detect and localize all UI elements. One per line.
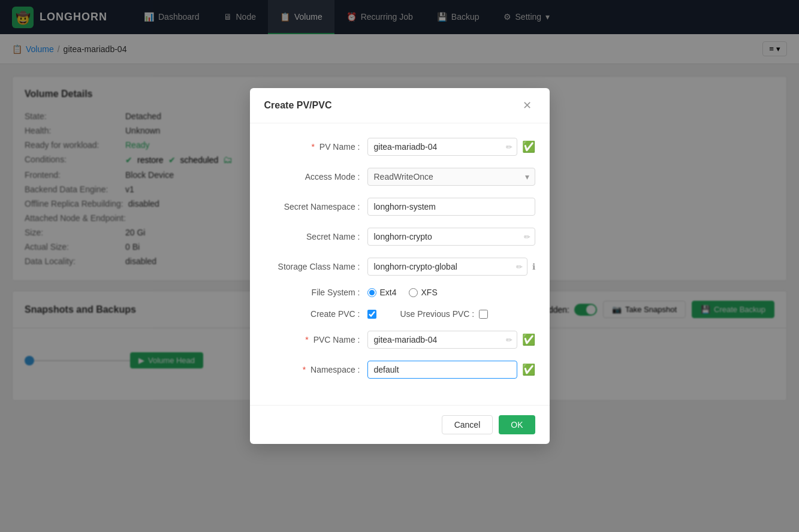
file-system-xfs-option[interactable]: XFS bbox=[409, 288, 438, 297]
access-mode-control: ReadWriteOnce ReadOnlyMany ReadWriteMany… bbox=[367, 168, 535, 186]
storage-class-input[interactable] bbox=[367, 258, 527, 276]
namespace-control: ✅ bbox=[367, 361, 535, 379]
create-pvc-checkbox-group bbox=[367, 310, 376, 319]
namespace-valid-icon: ✅ bbox=[522, 363, 535, 376]
pvc-name-edit-icon: ✏ bbox=[506, 335, 512, 344]
file-system-label: File System : bbox=[264, 288, 360, 297]
use-previous-pvc-label: Use Previous PVC : bbox=[400, 309, 475, 319]
create-pv-pvc-modal: Create PV/PVC ✕ * PV Name : ✏ ✅ bbox=[250, 88, 550, 413]
create-pvc-row: Create PVC : Use Previous PVC : bbox=[264, 309, 535, 319]
secret-name-row: Secret Name : ✏ bbox=[264, 228, 535, 246]
storage-class-input-wrapper: ✏ bbox=[367, 258, 527, 276]
pvc-name-control: ✏ ✅ bbox=[367, 331, 535, 349]
secret-name-control: ✏ bbox=[367, 228, 535, 246]
create-pvc-checkbox[interactable] bbox=[367, 310, 376, 319]
modal-header: Create PV/PVC ✕ bbox=[250, 88, 550, 123]
modal-footer: Cancel OK bbox=[250, 405, 550, 413]
namespace-required: * bbox=[303, 365, 306, 374]
pvc-name-input-wrapper: ✏ bbox=[367, 331, 517, 349]
pv-name-edit-icon: ✏ bbox=[506, 143, 512, 152]
file-system-control: Ext4 XFS bbox=[367, 288, 535, 297]
file-system-row: File System : Ext4 XFS bbox=[264, 288, 535, 297]
use-previous-pvc-group: Use Previous PVC : bbox=[400, 309, 489, 319]
secret-name-edit-icon: ✏ bbox=[524, 232, 530, 241]
file-system-ext4-radio[interactable] bbox=[367, 288, 376, 297]
access-mode-select-wrapper: ReadWriteOnce ReadOnlyMany ReadWriteMany… bbox=[367, 168, 535, 186]
file-system-xfs-label: XFS bbox=[421, 288, 438, 297]
pvc-name-label: * PVC Name : bbox=[264, 335, 360, 344]
pvc-name-row: * PVC Name : ✏ ✅ bbox=[264, 331, 535, 349]
storage-class-label: Storage Class Name : bbox=[264, 262, 360, 271]
pv-name-input-wrapper: ✏ bbox=[367, 138, 517, 156]
storage-class-row: Storage Class Name : ✏ ℹ bbox=[264, 258, 535, 276]
namespace-row: * Namespace : ✅ bbox=[264, 361, 535, 379]
pvc-name-input[interactable] bbox=[367, 331, 517, 349]
pv-name-control: ✏ ✅ bbox=[367, 138, 535, 156]
secret-name-label: Secret Name : bbox=[264, 232, 360, 241]
pv-name-valid-icon: ✅ bbox=[522, 140, 535, 153]
storage-class-edit-icon: ✏ bbox=[516, 262, 523, 271]
file-system-radio-group: Ext4 XFS bbox=[367, 288, 438, 297]
pvc-name-valid-icon: ✅ bbox=[522, 333, 535, 346]
pv-name-required: * bbox=[311, 142, 314, 152]
secret-name-input-wrapper: ✏ bbox=[367, 228, 535, 246]
pv-name-input[interactable] bbox=[367, 138, 517, 156]
modal-close-button[interactable]: ✕ bbox=[519, 99, 535, 112]
secret-namespace-input-wrapper bbox=[367, 198, 535, 216]
secret-name-input[interactable] bbox=[367, 228, 535, 246]
access-mode-row: Access Mode : ReadWriteOnce ReadOnlyMany… bbox=[264, 168, 535, 186]
secret-namespace-input[interactable] bbox=[367, 198, 535, 216]
secret-namespace-control bbox=[367, 198, 535, 216]
secret-namespace-label: Secret Namespace : bbox=[264, 202, 360, 211]
modal-title: Create PV/PVC bbox=[264, 100, 332, 111]
pv-name-row: * PV Name : ✏ ✅ bbox=[264, 138, 535, 156]
secret-namespace-row: Secret Namespace : bbox=[264, 198, 535, 216]
namespace-input-wrapper bbox=[367, 361, 517, 379]
pvc-name-required: * bbox=[305, 335, 308, 344]
storage-class-control: ✏ ℹ bbox=[367, 258, 535, 276]
create-pvc-label: Create PVC : bbox=[264, 309, 360, 319]
modal-body: * PV Name : ✏ ✅ Access Mode : bbox=[250, 123, 550, 405]
file-system-xfs-radio[interactable] bbox=[409, 288, 418, 297]
file-system-ext4-option[interactable]: Ext4 bbox=[367, 288, 397, 297]
pv-name-label: * PV Name : bbox=[264, 142, 360, 152]
namespace-input[interactable] bbox=[367, 361, 517, 379]
access-mode-select[interactable]: ReadWriteOnce ReadOnlyMany ReadWriteMany bbox=[367, 168, 535, 186]
access-mode-label: Access Mode : bbox=[264, 172, 360, 182]
use-previous-pvc-checkbox[interactable] bbox=[479, 310, 488, 319]
storage-class-info-icon[interactable]: ℹ bbox=[532, 262, 535, 271]
namespace-label: * Namespace : bbox=[264, 365, 360, 374]
modal-overlay: Create PV/PVC ✕ * PV Name : ✏ ✅ bbox=[0, 0, 799, 413]
file-system-ext4-label: Ext4 bbox=[380, 288, 397, 297]
create-pvc-control: Use Previous PVC : bbox=[367, 309, 535, 319]
